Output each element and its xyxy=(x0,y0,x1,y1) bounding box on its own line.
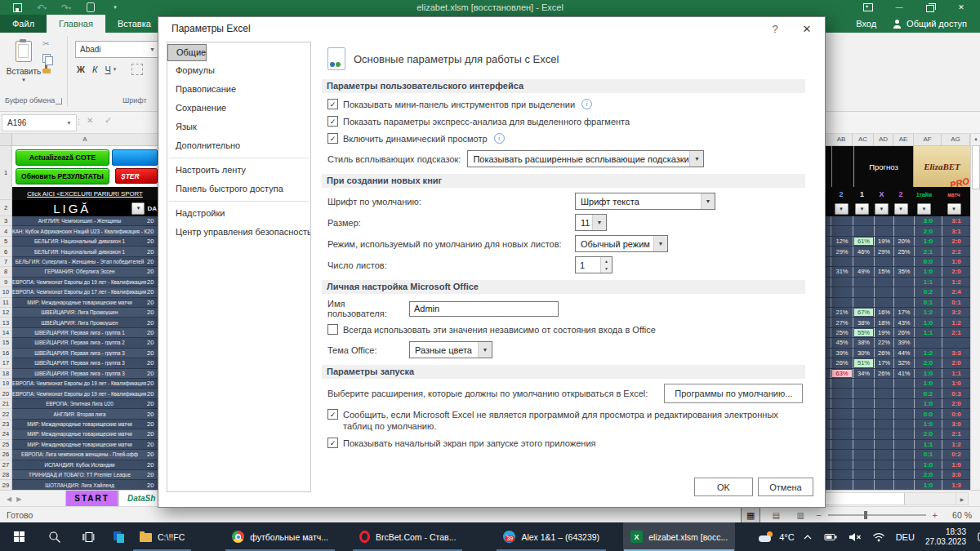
table-row[interactable]: 1:0 2:0 xyxy=(825,399,970,409)
clock[interactable]: 18:33 27.03.2023 xyxy=(925,527,966,546)
default-view-select[interactable]: Обычный режим▼ xyxy=(575,235,668,252)
table-row[interactable]: 13 ШВЕЙЦАРИЯ: Лига Промоушен 20 xyxy=(0,318,158,327)
table-row[interactable]: 39% 30% 26% 44% 1:2 3:3 xyxy=(825,349,970,358)
volume-muted-icon[interactable] xyxy=(849,532,862,542)
tab-home[interactable]: Главная xyxy=(47,15,105,33)
select-all-corner[interactable] xyxy=(0,133,12,145)
sheet-nav-arrows[interactable]: ◀▶ xyxy=(7,495,26,503)
filter-dropdown[interactable]: ▼ xyxy=(855,203,869,215)
dialog-nav-item[interactable] xyxy=(169,201,309,202)
bold-button[interactable]: Ж xyxy=(77,64,85,74)
font-size-select[interactable]: 11▼ xyxy=(575,214,607,231)
checkbox-row-always-use[interactable]: Всегда использовать эти значения независ… xyxy=(322,324,805,335)
table-row[interactable]: 2:0 3:0 xyxy=(825,470,970,480)
filter-dropdown[interactable]: ▼ xyxy=(875,203,889,215)
name-box[interactable]: A196▼ xyxy=(2,114,77,131)
table-row[interactable]: 3 АНГЛИЯ: Чемпионшип - Женщины 20 xyxy=(0,216,158,226)
copy-icon[interactable] xyxy=(42,54,51,63)
column-header[interactable]: AB xyxy=(831,133,853,145)
minimize-icon[interactable]: — xyxy=(884,0,915,15)
cut-icon[interactable]: ✂ xyxy=(42,39,49,48)
table-row[interactable]: 1:0 1:3 xyxy=(825,480,970,490)
dialog-nav-item[interactable]: Правописание xyxy=(167,80,310,99)
table-row[interactable]: 6 БЕЛЬГИЯ: Национальный дивизион 1 20 xyxy=(0,247,158,256)
table-row[interactable]: 19 ЕВРОПА: Чемпионат Европы до 19 лет - … xyxy=(0,379,158,389)
zoom-in-icon[interactable]: + xyxy=(933,510,938,520)
table-row[interactable]: 21 ЕВРОПА: Элитная Лига U20 20 xyxy=(0,399,158,409)
table-row[interactable]: 0:2 0:3 xyxy=(825,389,970,398)
sheet-tab-start[interactable]: START xyxy=(65,491,118,507)
taskbar-item-opera[interactable]: BrcBet.Com - Став... xyxy=(352,522,463,551)
table-row[interactable]: 16 ШВЕЙЦАРИЯ: Первая лига - группа 3 20 xyxy=(0,349,158,358)
table-row[interactable]: 1:0 3:0 xyxy=(825,420,970,429)
filter-dropdown[interactable]: ▼ xyxy=(947,203,961,215)
column-header[interactable]: AE xyxy=(893,133,914,145)
checkbox-row-default-app[interactable]: Сообщить, если Microsoft Excel не являет… xyxy=(322,409,805,432)
table-row[interactable]: 5 БЕЛЬГИЯ: Национальный дивизион 1 20 xyxy=(0,237,158,247)
redo-icon[interactable]: ↷▾ xyxy=(60,2,72,12)
table-row[interactable]: 28 ТРИНИДАД И ТОБАГО: TT Premier League … xyxy=(0,470,158,480)
table-row[interactable]: 3:0 3:1 xyxy=(825,216,970,226)
user-name-field[interactable]: Admin xyxy=(409,301,559,317)
table-row[interactable]: 26 ЕВРОПА: Лига чемпионов женщины - Плей… xyxy=(0,450,158,460)
table-row[interactable]: 63% 34% 26% 41% 1:0 1:1 xyxy=(825,369,970,379)
tab-insert[interactable]: Вставка xyxy=(105,15,163,33)
table-row[interactable]: 4 КАН: Кубок Африканских Наций U23 - Ква… xyxy=(0,226,158,236)
scroll-up-icon[interactable]: ▲ xyxy=(971,133,980,144)
sheet-count-spinner[interactable]: 1 ▲▼ xyxy=(575,256,612,273)
sign-in-link[interactable]: Вход xyxy=(856,19,876,29)
zoom-out-icon[interactable]: − xyxy=(816,510,821,520)
checkbox-row-start-screen[interactable]: Показывать начальный экран при запуске э… xyxy=(322,438,805,449)
taskbar-item-excel[interactable]: X elizabet.xlsm [восс... xyxy=(623,522,735,551)
taskbar-item-folder[interactable]: C:\!!FC xyxy=(132,522,192,551)
column-header[interactable]: AG xyxy=(942,133,970,145)
server-app-button[interactable] xyxy=(105,522,132,551)
taskbar-item-telegram[interactable]: 39 Alex 1&1 – (643239) xyxy=(496,522,607,551)
customize-qat-icon[interactable]: ▾ xyxy=(109,2,121,12)
filter-dropdown[interactable]: ▼ xyxy=(131,202,145,215)
horizontal-scrollbar[interactable]: ▶ xyxy=(825,492,969,505)
column-header[interactable]: AF xyxy=(914,133,942,145)
filter-dropdown[interactable]: ▼ xyxy=(917,203,931,215)
battery-icon[interactable] xyxy=(824,532,838,542)
update-results-button[interactable]: Обновить РЕЗУЛЬТАТЫ xyxy=(16,168,109,184)
filter-dropdown[interactable]: ▼ xyxy=(835,203,849,215)
table-row[interactable]: 10 ЕВРОПА: Чемпионат Европы до 17 лет - … xyxy=(0,287,158,297)
delete-button[interactable]: ȘTER xyxy=(115,168,158,184)
normal-view-icon[interactable]: ▦ xyxy=(741,507,760,524)
dialog-nav-item[interactable]: Центр управления безопасностью xyxy=(167,223,310,242)
dialog-nav-item[interactable]: Сохранение xyxy=(167,99,310,118)
office-theme-select[interactable]: Разные цвета▼ xyxy=(409,341,492,358)
paste-button[interactable]: Вставить ▾ xyxy=(6,38,42,103)
info-icon[interactable]: i xyxy=(494,133,505,144)
table-row[interactable]: 14 ШВЕЙЦАРИЯ: Первая лига - группа 1 20 xyxy=(0,328,158,338)
weather-widget[interactable]: 4°C xyxy=(751,522,801,551)
zoom-level[interactable]: 60 % xyxy=(944,510,972,520)
table-row[interactable]: 20 ЕВРОПА: Чемпионат Европы до 19 лет - … xyxy=(0,389,158,398)
format-painter-icon[interactable] xyxy=(42,69,51,73)
filter-dropdown[interactable]: ▼ xyxy=(894,203,908,215)
table-row[interactable]: 0:1 0:1 xyxy=(825,298,970,308)
touch-mode-icon[interactable] xyxy=(85,2,96,12)
column-header[interactable]: AC xyxy=(853,133,874,145)
info-icon[interactable]: i xyxy=(581,99,592,109)
table-row[interactable]: 26% 51% 17% 32% 2:0 2:0 xyxy=(825,358,970,368)
checkbox-row-minitoolbar[interactable]: Показывать мини-панель инструментов при … xyxy=(322,99,805,110)
zoom-slider[interactable] xyxy=(828,514,926,516)
vertical-scrollbar[interactable]: ▲ xyxy=(970,133,980,490)
table-row[interactable]: 27% 38% 18% 43% 1:0 1:2 xyxy=(825,318,970,327)
column-header-a[interactable]: A xyxy=(12,133,158,145)
start-button[interactable] xyxy=(0,522,38,551)
table-row[interactable]: 45% 38% 22% 39% xyxy=(825,338,970,348)
default-font-select[interactable]: Шрифт текста▼ xyxy=(575,193,715,210)
checkbox-checked-icon[interactable] xyxy=(327,99,338,109)
tooltip-style-select[interactable]: Показывать расширенные всплывающие подск… xyxy=(467,150,704,167)
action-center-icon[interactable] xyxy=(977,531,980,543)
table-row[interactable]: 0:1 0:2 xyxy=(825,450,970,460)
ribbon-display-options-icon[interactable] xyxy=(853,0,884,15)
tray-expand-icon[interactable] xyxy=(802,533,813,541)
table-row[interactable]: 0:0 0:0 xyxy=(825,409,970,419)
ok-button[interactable]: OK xyxy=(694,478,753,496)
page-layout-view-icon[interactable]: ▤ xyxy=(767,509,785,522)
table-row[interactable]: 9 ЕВРОПА: Чемпионат Европы до 19 лет - К… xyxy=(0,278,158,287)
